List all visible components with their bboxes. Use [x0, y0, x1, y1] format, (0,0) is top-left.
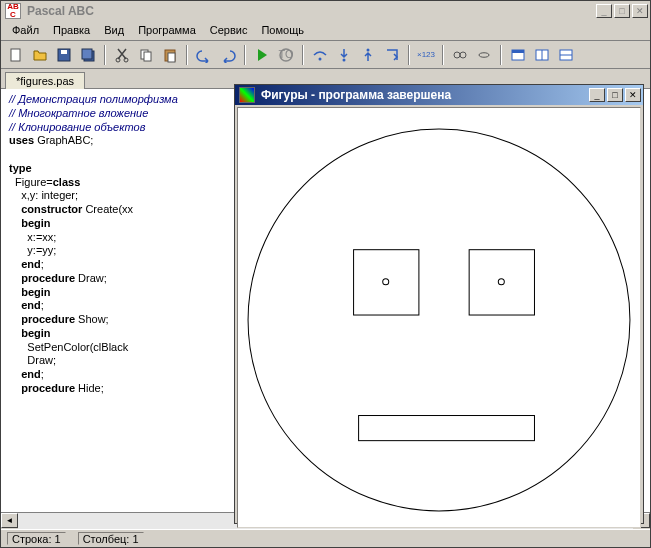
save-all-button[interactable] — [77, 44, 99, 66]
svg-rect-8 — [144, 52, 151, 61]
svg-point-24 — [248, 129, 630, 511]
stop-button[interactable]: STOP — [275, 44, 297, 66]
svg-text:STOP: STOP — [278, 48, 294, 60]
output-close-button[interactable]: ✕ — [625, 88, 641, 102]
undo-button[interactable] — [193, 44, 215, 66]
separator — [442, 45, 444, 65]
menu-program[interactable]: Программа — [131, 23, 203, 38]
separator — [500, 45, 502, 65]
output-titlebar: Фигуры - программа завершена _ □ ✕ — [235, 85, 643, 105]
menu-service[interactable]: Сервис — [203, 23, 255, 38]
new-file-button[interactable] — [5, 44, 27, 66]
svg-rect-0 — [11, 49, 20, 61]
svg-point-17 — [460, 52, 466, 58]
svg-point-16 — [454, 52, 460, 58]
run-button[interactable] — [251, 44, 273, 66]
step-over-button[interactable] — [309, 44, 331, 66]
status-col: Столбец: 1 — [78, 532, 144, 545]
output-maximize-button[interactable]: □ — [607, 88, 623, 102]
scroll-left-button[interactable]: ◄ — [1, 513, 18, 528]
close-button[interactable]: ✕ — [632, 4, 648, 18]
menu-view[interactable]: Вид — [97, 23, 131, 38]
svg-point-15 — [367, 48, 370, 51]
output-minimize-button[interactable]: _ — [589, 88, 605, 102]
output-window: Фигуры - программа завершена _ □ ✕ — [234, 84, 644, 524]
statusbar: Строка: 1 Столбец: 1 — [1, 529, 650, 547]
view2-button[interactable] — [473, 44, 495, 66]
app-icon: ABC — [5, 3, 21, 19]
redo-button[interactable] — [217, 44, 239, 66]
svg-point-26 — [383, 279, 389, 285]
file-tab[interactable]: *figures.pas — [5, 72, 85, 89]
separator — [186, 45, 188, 65]
toolbar: STOP ×123 — [1, 41, 650, 69]
output-icon — [239, 87, 255, 103]
window2-button[interactable] — [531, 44, 553, 66]
separator — [302, 45, 304, 65]
svg-point-13 — [319, 57, 322, 60]
step-out-button[interactable] — [357, 44, 379, 66]
svg-rect-4 — [82, 49, 92, 59]
window3-button[interactable] — [555, 44, 577, 66]
svg-point-14 — [343, 58, 346, 61]
step-into-button[interactable] — [333, 44, 355, 66]
view1-button[interactable] — [449, 44, 471, 66]
svg-rect-2 — [61, 50, 67, 54]
svg-rect-10 — [168, 53, 175, 62]
run-to-cursor-button[interactable] — [381, 44, 403, 66]
main-titlebar: ABC Pascal ABC _ □ ✕ — [1, 1, 650, 21]
separator — [244, 45, 246, 65]
window1-button[interactable] — [507, 44, 529, 66]
status-line: Строка: 1 — [7, 532, 66, 545]
title-text: Pascal ABC — [25, 4, 594, 18]
menu-help[interactable]: Помощь — [254, 23, 311, 38]
separator — [104, 45, 106, 65]
paste-button[interactable] — [159, 44, 181, 66]
svg-rect-19 — [512, 50, 524, 53]
copy-button[interactable] — [135, 44, 157, 66]
open-file-button[interactable] — [29, 44, 51, 66]
separator — [408, 45, 410, 65]
svg-rect-29 — [359, 416, 535, 441]
menubar: Файл Правка Вид Программа Сервис Помощь — [1, 21, 650, 41]
menu-edit[interactable]: Правка — [46, 23, 97, 38]
watch-button[interactable]: ×123 — [415, 44, 437, 66]
svg-rect-27 — [469, 250, 534, 315]
output-title-text: Фигуры - программа завершена — [259, 88, 587, 102]
svg-rect-25 — [354, 250, 419, 315]
maximize-button[interactable]: □ — [614, 4, 630, 18]
cut-button[interactable] — [111, 44, 133, 66]
menu-file[interactable]: Файл — [5, 23, 46, 38]
output-canvas — [237, 107, 641, 528]
svg-point-28 — [498, 279, 504, 285]
save-button[interactable] — [53, 44, 75, 66]
minimize-button[interactable]: _ — [596, 4, 612, 18]
